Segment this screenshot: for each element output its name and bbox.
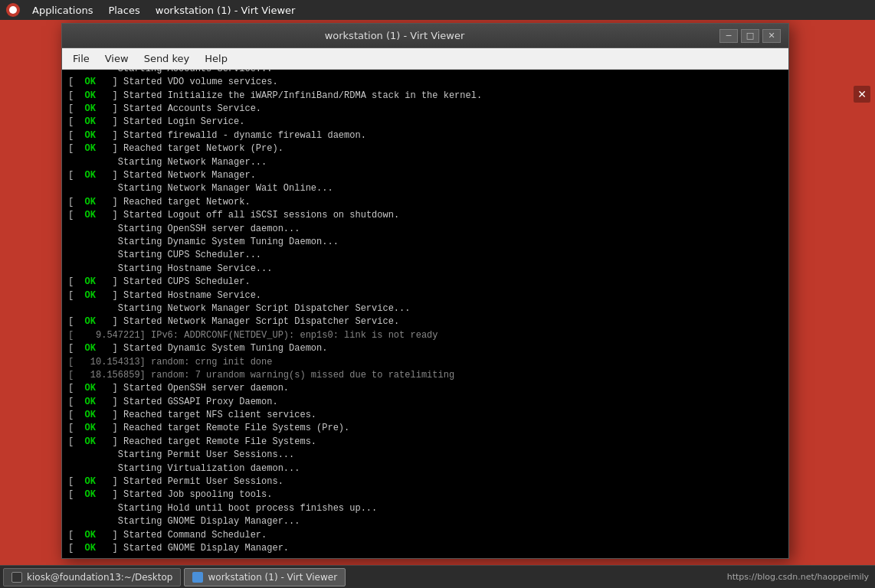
terminal-line: Starting Network Manager Wait Online... (68, 182, 782, 195)
applications-menu[interactable]: Applications (29, 3, 96, 18)
terminal-line: [ OK ] Reached target Network (Pre). (68, 142, 782, 155)
terminal-line: [ OK ] Started VDO volume services. (68, 76, 782, 89)
terminal-line: Starting Network Manager... (68, 156, 782, 169)
menu-bar: File View Send key Help (62, 48, 788, 70)
taskbar: kiosk@foundation13:~/Desktop workstation… (0, 565, 875, 588)
terminal-output[interactable]: [ 7.380082] db_root: cannot open: /etc/t… (62, 70, 788, 558)
terminal-line: [ OK ] Started Logout off all iSCSI sess… (68, 209, 782, 222)
terminal-line: [ 9.547221] IPv6: ADDRCONF(NETDEV_UP): e… (68, 329, 782, 342)
terminal-line: Starting Permit User Sessions... (68, 449, 782, 462)
taskbar-terminal[interactable]: kiosk@foundation13:~/Desktop (3, 568, 181, 586)
terminal-line: [ OK ] Reached target Network. (68, 196, 782, 209)
terminal-line: Starting Accounts Service... (68, 70, 782, 76)
menu-help[interactable]: Help (198, 51, 234, 67)
system-bar: Applications Places workstation (1) - Vi… (0, 0, 875, 20)
terminal-line: [ OK ] Started Network Manager. (68, 169, 782, 182)
terminal-line: [ OK ] Started firewalld - dynamic firew… (68, 129, 782, 142)
terminal-line: Starting Virtualization daemon... (68, 462, 782, 475)
terminal-taskbar-icon (11, 572, 22, 583)
close-button[interactable]: ✕ (762, 29, 781, 43)
terminal-line: [ OK ] Started Login Service. (68, 116, 782, 129)
terminal-line: [ OK ] Reached target NFS client service… (68, 409, 782, 422)
terminal-line: [ OK ] Reached target Remote File System… (68, 436, 782, 449)
terminal-line: [ OK ] Started Permit User Sessions. (68, 475, 782, 488)
side-panel: ✕ (791, 20, 875, 588)
window-controls: ─ □ ✕ (719, 29, 781, 43)
window-title: workstation (1) - Virt Viewer (70, 30, 719, 41)
terminal-line: Starting CUPS Scheduler... (68, 249, 782, 262)
window-title-bar: workstation (1) - Virt Viewer ─ □ ✕ (62, 24, 788, 48)
taskbar-virt-label: workstation (1) - Virt Viewer (208, 572, 337, 583)
menu-send-key[interactable]: Send key (138, 51, 196, 67)
terminal-line: [ 18.156859] random: 7 urandom warning(s… (68, 369, 782, 382)
virt-viewer-window: workstation (1) - Virt Viewer ─ □ ✕ File… (61, 23, 789, 559)
taskbar-url: https://blog.csdn.net/haoppeimily (727, 572, 875, 582)
terminal-line: [ OK ] Started Job spooling tools. (68, 488, 782, 501)
terminal-line: Starting Hostname Service... (68, 263, 782, 276)
terminal-area: [ 7.380082] db_root: cannot open: /etc/t… (62, 70, 788, 558)
terminal-line: Starting Dynamic System Tuning Daemon... (68, 236, 782, 249)
terminal-line: [ OK ] Started Hostname Service. (68, 289, 782, 302)
distro-icon (6, 3, 20, 17)
menu-file[interactable]: File (67, 51, 96, 67)
taskbar-terminal-label: kiosk@foundation13:~/Desktop (27, 572, 172, 583)
terminal-line: [ OK ] Started CUPS Scheduler. (68, 276, 782, 289)
maximize-button[interactable]: □ (741, 29, 759, 43)
menu-view[interactable]: View (99, 51, 135, 67)
terminal-line: [ 10.154313] random: crng init done (68, 356, 782, 369)
terminal-line: [ OK ] Started Dynamic System Tuning Dae… (68, 342, 782, 355)
terminal-line: [ OK ] Started Command Scheduler. (68, 529, 782, 542)
virt-taskbar-icon (192, 572, 203, 583)
terminal-line: [ OK ] Reached target Remote File System… (68, 422, 782, 435)
terminal-line: [ OK ] Started Initialize the iWARP/Infi… (68, 90, 782, 103)
terminal-line: Starting OpenSSH server daemon... (68, 223, 782, 236)
terminal-line: [ OK ] Started GSSAPI Proxy Daemon. (68, 396, 782, 409)
terminal-line: [ OK ] Started Accounts Service. (68, 103, 782, 116)
terminal-line: Starting Hold until boot process finishe… (68, 502, 782, 515)
taskbar-virt-viewer[interactable]: workstation (1) - Virt Viewer (184, 568, 346, 586)
svg-point-0 (9, 6, 17, 14)
places-menu[interactable]: Places (105, 3, 143, 18)
side-close-button[interactable]: ✕ (854, 86, 870, 103)
minimize-button[interactable]: ─ (719, 29, 738, 43)
terminal-line: Starting GNOME Display Manager... (68, 515, 782, 528)
terminal-line: [ OK ] Started Network Manager Script Di… (68, 315, 782, 328)
terminal-line: [ OK ] Started GNOME Display Manager. (68, 542, 782, 555)
terminal-line: [ OK ] Started OpenSSH server daemon. (68, 382, 782, 395)
window-title-bar-label: workstation (1) - Virt Viewer (152, 3, 299, 18)
terminal-line: Starting Network Manager Script Dispatch… (68, 302, 782, 315)
